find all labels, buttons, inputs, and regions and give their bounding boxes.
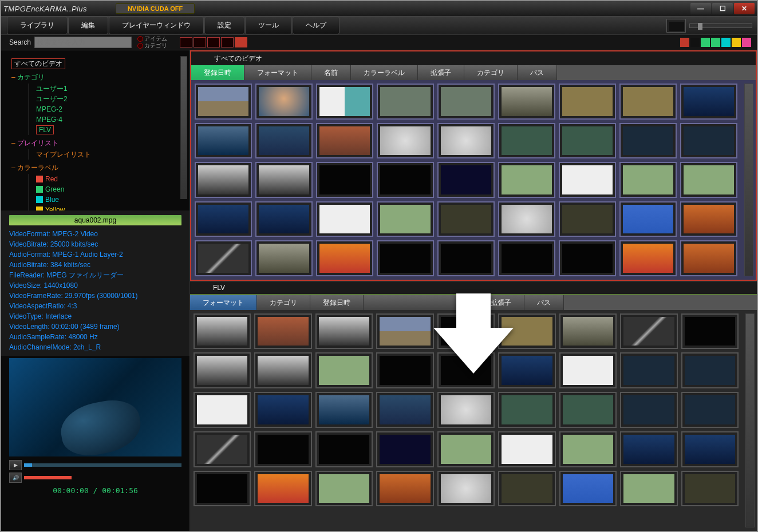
thumbnail[interactable] [254,313,311,350]
thumbnail[interactable] [620,431,677,467]
thumbnail[interactable] [437,240,495,276]
thumbnail[interactable] [377,201,434,237]
thumbnail[interactable] [619,84,677,120]
tab-top-ext[interactable]: 拡張子 [418,65,464,80]
thumbnail[interactable] [437,162,495,198]
thumbnail[interactable] [498,201,555,237]
view-mode-4[interactable] [221,37,234,47]
tab-bot-format[interactable]: フォーマット [190,295,257,310]
thumbnail[interactable] [195,240,252,276]
thumbnail[interactable] [498,431,555,467]
thumbnail[interactable] [559,84,616,120]
tree-yellow[interactable]: Yellow [29,205,186,211]
top-grid-scrollbar[interactable] [744,84,753,276]
thumbnail[interactable] [254,431,311,467]
minimize-button[interactable]: — [690,3,711,14]
thumbnail[interactable] [316,84,373,120]
thumbnail[interactable] [559,162,616,198]
thumbnail[interactable] [437,84,495,120]
thumbnail[interactable] [195,162,252,198]
thumbnail[interactable] [559,201,616,237]
swatch-green1[interactable] [701,38,710,47]
menu-player-window[interactable]: プレイヤーウィンドウ [109,17,204,34]
tab-top-name[interactable]: 名前 [311,65,351,80]
tree-mpeg2[interactable]: MPEG-2 [29,104,186,114]
cuda-status[interactable]: NVIDIA CUDA OFF [116,3,195,14]
thumbnail[interactable] [498,392,555,428]
thumbnail[interactable] [315,431,373,467]
swatch-cyan[interactable] [721,38,731,47]
menu-settings[interactable]: 設定 [204,17,244,34]
mini-player-icon[interactable] [666,19,686,33]
maximize-button[interactable]: ☐ [712,3,733,14]
thumbnail[interactable] [619,240,677,276]
thumbnail[interactable] [681,352,739,388]
thumbnail[interactable] [315,471,373,507]
view-mode-2[interactable] [194,37,206,47]
thumbnail[interactable] [194,431,251,467]
thumbnail[interactable] [437,123,495,159]
thumbnail[interactable] [498,123,555,159]
tree-playlist-header[interactable]: プレイリスト [17,139,58,147]
tab-top-path[interactable]: パス [518,65,557,80]
tab-top-colorlabel[interactable]: カラーラベル [351,65,418,80]
radio-item-icon[interactable] [137,36,143,42]
thumbnail[interactable] [620,471,677,507]
thumbnail[interactable] [194,471,251,507]
bottom-grid-scrollbar[interactable] [745,313,755,528]
preview-video[interactable] [9,358,181,456]
thumbnail[interactable] [680,162,737,198]
view-mode-1[interactable] [180,37,192,47]
thumbnail[interactable] [195,123,252,159]
thumbnail[interactable] [559,392,617,428]
thumbnail[interactable] [377,123,434,159]
thumbnail[interactable] [498,162,555,198]
thumbnail[interactable] [681,471,739,507]
tab-top-category[interactable]: カテゴリ [464,65,518,80]
tree-myplaylist[interactable]: マイプレイリスト [29,149,186,160]
thumbnail[interactable] [376,352,433,388]
thumbnail[interactable] [498,84,555,120]
thumbnail[interactable] [195,84,252,120]
thumbnail[interactable] [680,240,737,276]
mute-button[interactable]: 🔊 [9,473,22,483]
swatch-magenta[interactable] [742,38,751,47]
menu-edit[interactable]: 編集 [68,17,108,34]
thumbnail[interactable] [315,313,373,350]
tree-blue[interactable]: Blue [29,194,186,205]
swatch-black[interactable] [690,38,700,47]
thumbnail[interactable] [619,201,677,237]
thumbnail[interactable] [376,471,433,507]
tree-root[interactable]: すべてのビデオ [11,58,65,69]
tab-top-format[interactable]: フォーマット [244,65,311,80]
thumbnail[interactable] [255,240,313,276]
view-mode-5[interactable] [235,37,247,47]
thumbnail[interactable] [376,431,433,467]
thumbnail[interactable] [437,431,495,467]
thumbnail[interactable] [194,313,251,350]
thumbnail[interactable] [254,471,311,507]
thumbnail[interactable] [559,313,617,350]
thumbnail-size-slider[interactable] [689,23,752,28]
thumbnail[interactable] [316,123,373,159]
search-input[interactable] [34,37,132,48]
tree-user1[interactable]: ユーザー1 [29,84,186,94]
thumbnail[interactable] [559,431,617,467]
tree-flv[interactable]: FLV [36,125,54,134]
tree-mpeg4[interactable]: MPEG-4 [29,114,186,125]
tree-colorlabel-header[interactable]: カラーラベル [17,164,58,172]
seek-slider[interactable] [24,463,181,467]
thumbnail[interactable] [437,392,495,428]
thumbnail[interactable] [194,352,251,388]
thumbnail[interactable] [559,240,616,276]
play-button[interactable]: ▶ [9,460,22,470]
tree-category-header[interactable]: カテゴリ [17,73,45,81]
thumbnail[interactable] [437,471,495,507]
thumbnail[interactable] [680,201,737,237]
thumbnail[interactable] [680,123,737,159]
thumbnail[interactable] [195,201,252,237]
thumbnail[interactable] [619,162,677,198]
thumbnail[interactable] [377,162,434,198]
thumbnail[interactable] [377,240,434,276]
thumbnail[interactable] [559,471,617,507]
